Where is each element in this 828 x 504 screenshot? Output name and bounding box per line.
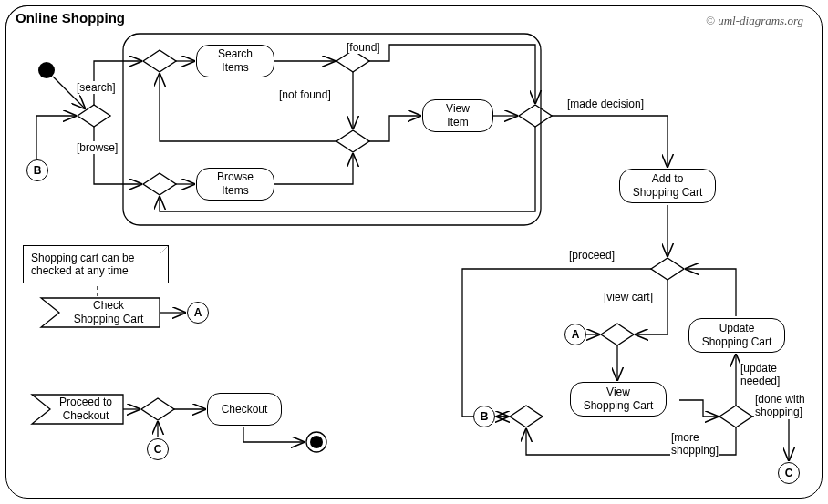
svg-marker-11: [141, 398, 174, 420]
svg-marker-2: [143, 50, 176, 72]
activity-update-cart: Update Shopping Cart: [688, 318, 785, 353]
guard-done-shopping: [done with shopping]: [754, 393, 806, 419]
guard-update-needed: [update needed]: [740, 362, 781, 388]
svg-marker-1: [78, 105, 110, 127]
svg-marker-3: [143, 173, 176, 195]
guard-browse: [browse]: [76, 141, 119, 154]
signal-check-cart: Check Shopping Cart: [59, 298, 158, 327]
signal-proceed-checkout: Proceed to Checkout: [48, 395, 123, 424]
svg-marker-9: [719, 406, 752, 427]
guard-search: [search]: [76, 81, 117, 94]
svg-point-0: [38, 62, 55, 78]
connector-a-in: A: [564, 324, 586, 345]
connector-b-in: B: [26, 159, 48, 181]
guard-found: [found]: [346, 41, 381, 54]
activity-view-cart: View Shopping Cart: [570, 382, 667, 417]
guard-more-shopping: [more shopping]: [670, 431, 719, 458]
svg-marker-7: [651, 258, 684, 280]
connector-c-in: C: [147, 438, 169, 460]
activity-browse-items: Browse Items: [196, 168, 274, 201]
activity-add-to-cart: Add to Shopping Cart: [619, 169, 716, 203]
note-cart-anytime: Shopping cart can be checked at any time: [23, 245, 169, 283]
activity-search-items: Search Items: [196, 45, 274, 77]
activity-view-item: View Item: [422, 99, 493, 132]
connector-c-out: C: [778, 462, 800, 484]
guard-not-found: [not found]: [278, 88, 332, 101]
connector-b-out: B: [473, 406, 495, 427]
activity-frame: Online Shopping © uml-diagrams.org: [5, 5, 823, 499]
connector-a-out: A: [187, 302, 209, 324]
guard-made-decision: [made decision]: [566, 98, 645, 110]
svg-marker-5: [336, 130, 369, 152]
activity-checkout: Checkout: [207, 393, 282, 426]
svg-marker-10: [510, 406, 543, 427]
guard-view-cart: [view cart]: [603, 291, 654, 303]
svg-marker-6: [519, 105, 552, 127]
svg-marker-8: [601, 324, 634, 345]
guard-proceed: [proceed]: [568, 249, 616, 262]
svg-point-16: [310, 436, 323, 448]
